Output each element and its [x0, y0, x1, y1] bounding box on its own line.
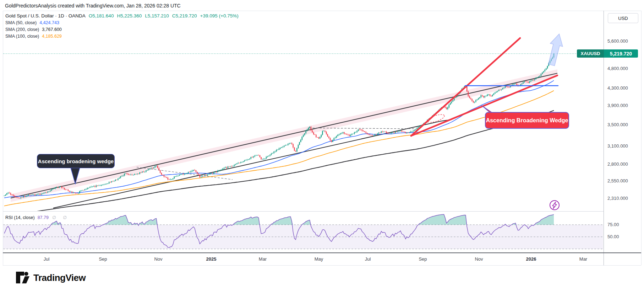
price-axis-label: 3,500.000	[607, 122, 641, 127]
currency-button[interactable]: USD	[608, 13, 638, 23]
tradingview-logo-icon	[16, 271, 30, 284]
rsi-hidden-values: ∅ ∅	[52, 215, 70, 220]
rsi-panel[interactable]	[3, 214, 603, 249]
indicator-value: 4,185.629	[42, 34, 62, 39]
annotation-label-wedge-2[interactable]: Ascending Broadening Wedge	[485, 112, 569, 129]
indicator-label: SMA (100, close)	[5, 34, 39, 39]
price-axis-label: 5,600.000	[607, 38, 641, 44]
price-axis-label: 2,550.000	[607, 178, 641, 183]
annotation-label-wedge-1[interactable]: Ascending broadening wedge	[37, 154, 115, 168]
last-price-tag-value: 5,219.720	[604, 49, 638, 58]
time-axis-label: May	[306, 256, 331, 262]
price-axis-label: 3,900.000	[607, 103, 641, 108]
time-axis-label: Nov	[466, 256, 491, 262]
indicator-legend-row[interactable]: SMA (200, close)3,767.600	[5, 27, 62, 32]
indicator-legend-row[interactable]: SMA (100, close)4,185.629	[5, 34, 62, 39]
page-title: GoldPredictorsAnalysis created with Trad…	[5, 3, 181, 9]
time-axis-label: Nov	[146, 256, 171, 262]
indicator-label: SMA (200, close)	[5, 27, 39, 32]
time-axis-label: Sep	[410, 256, 435, 262]
ohlc-item: H5,225.360	[117, 13, 142, 18]
last-price-tag: XAUUSD 5,219.720	[577, 49, 638, 58]
indicator-label: SMA (50, close)	[5, 20, 37, 25]
rsi-axis-label: 75.00	[607, 222, 641, 227]
indicator-value: 4,424.743	[39, 20, 59, 25]
lightning-icon[interactable]	[550, 201, 559, 210]
symbol-legend[interactable]: Gold Spot / U.S. Dollar · 1D · OANDAO5,1…	[5, 13, 239, 18]
ohlc-item: L5,157.210	[145, 13, 169, 18]
rsi-legend[interactable]: RSI (14, close)87.79∅ ∅	[5, 215, 70, 220]
tradingview-logo[interactable]: TradingView	[16, 271, 86, 284]
price-axis-label: 4,300.000	[607, 85, 641, 91]
ohlc-item: +39.095 (+0.75%)	[200, 13, 239, 18]
price-axis-label: 3,100.000	[607, 143, 641, 149]
time-axis-label: Mar	[250, 256, 275, 262]
ohlc-item: C5,219.720	[172, 13, 197, 18]
rsi-value: 87.79	[38, 215, 49, 220]
ohlc-values: O5,181.640H5,225.360L5,157.210C5,219.720…	[86, 13, 239, 18]
indicator-value: 3,767.600	[42, 27, 62, 32]
time-axis-label: Mar	[571, 256, 596, 262]
price-axis-label: 2,310.000	[607, 196, 641, 201]
time-axis-label: Sep	[91, 256, 115, 262]
last-price-tag-symbol: XAUUSD	[577, 49, 604, 58]
rsi-axis-label: 50.00	[607, 234, 641, 239]
rsi-label: RSI (14, close)	[5, 215, 35, 220]
indicator-legend-row[interactable]: SMA (50, close)4,424.743	[5, 20, 59, 25]
time-axis-label: 2025	[199, 256, 224, 262]
bullish-up-arrow[interactable]	[545, 32, 566, 66]
candle-bodies-up	[4, 54, 554, 198]
time-axis-label: Jul	[355, 256, 380, 262]
tradingview-screenshot: GoldPredictorsAnalysis created with Trad…	[0, 0, 644, 293]
time-axis-label: Jul	[34, 256, 59, 262]
symbol-name[interactable]: Gold Spot / U.S. Dollar · 1D · OANDA	[5, 13, 86, 18]
ohlc-item: O5,181.640	[89, 13, 114, 18]
tradingview-logo-text: TradingView	[33, 272, 86, 283]
wedge1-upper-trendline[interactable]	[11, 73, 557, 198]
chart-plot[interactable]	[0, 0, 644, 293]
price-axis-label: 2,800.000	[607, 161, 641, 167]
price-axis-label: 4,800.000	[607, 66, 641, 71]
time-axis-label: 2026	[519, 256, 544, 262]
